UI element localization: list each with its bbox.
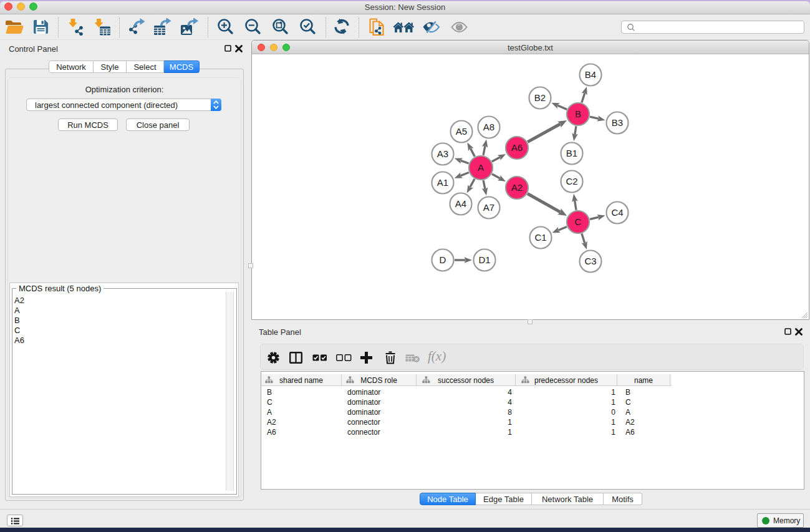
svg-text:C4: C4	[611, 207, 623, 218]
svg-text:B4: B4	[585, 69, 596, 80]
svg-text:B1: B1	[566, 148, 577, 158]
svg-text:B: B	[575, 109, 581, 119]
svg-text:C1: C1	[534, 232, 546, 243]
svg-text:B2: B2	[534, 92, 546, 103]
svg-text:A3: A3	[437, 148, 448, 159]
svg-text:C2: C2	[566, 176, 577, 186]
svg-text:A2: A2	[511, 182, 523, 193]
svg-text:B3: B3	[612, 117, 623, 128]
svg-text:C: C	[575, 216, 582, 227]
svg-text:A1: A1	[437, 177, 448, 188]
svg-text:A4: A4	[455, 198, 466, 209]
svg-text:D: D	[440, 254, 446, 265]
svg-text:A6: A6	[511, 142, 523, 153]
svg-text:D1: D1	[478, 254, 490, 265]
svg-text:C3: C3	[584, 256, 596, 266]
svg-text:A7: A7	[483, 202, 494, 213]
svg-text:A5: A5	[456, 126, 467, 137]
svg-text:A8: A8	[483, 122, 494, 132]
svg-text:A: A	[478, 162, 484, 173]
